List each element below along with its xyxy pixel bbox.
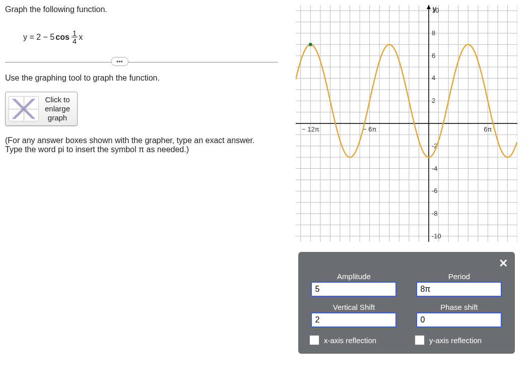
amplitude-label: Amplitude	[337, 272, 371, 281]
svg-text:− 12π: − 12π	[302, 125, 319, 133]
vertical-shift-input[interactable]	[311, 312, 396, 328]
svg-text:6π: 6π	[484, 125, 492, 133]
phase-shift-label: Phase shift	[440, 303, 478, 311]
period-label: Period	[448, 272, 470, 281]
graph-thumbnail-icon	[9, 96, 39, 121]
close-icon[interactable]: ✕	[499, 257, 508, 270]
prompt-text: Graph the following function.	[5, 5, 278, 14]
enlarge-label-line1: Click to	[45, 95, 70, 104]
properties-panel: ✕ Amplitude Period Vertical Shift Phase …	[298, 252, 515, 354]
equation-fraction: 1 4	[72, 29, 78, 45]
y-axis-reflection-checkbox[interactable]	[415, 335, 425, 345]
enlarge-label: Click to enlarge graph	[45, 95, 70, 122]
fraction-top: 1	[72, 29, 78, 37]
svg-text:10: 10	[432, 7, 439, 14]
instruction-text: Use the graphing tool to graph the funct…	[5, 74, 278, 83]
svg-text:6: 6	[432, 52, 435, 59]
enlarge-graph-button[interactable]: Click to enlarge graph	[5, 92, 78, 126]
svg-rect-61	[309, 43, 312, 46]
phase-shift-input[interactable]	[416, 312, 502, 328]
enlarge-label-line2: enlarge	[45, 104, 70, 113]
fraction-bottom: 4	[72, 37, 78, 45]
equation-suffix: x	[79, 33, 83, 42]
amplitude-input[interactable]	[311, 282, 396, 297]
svg-text:2: 2	[432, 97, 435, 104]
x-axis-reflection-label: x-axis reflection	[324, 336, 376, 345]
equation-cos: cos	[55, 33, 70, 42]
svg-text:4: 4	[432, 74, 435, 82]
svg-text:-6: -6	[432, 187, 438, 194]
svg-text:-8: -8	[432, 210, 438, 217]
svg-text:-4: -4	[432, 165, 438, 172]
vertical-shift-label: Vertical Shift	[333, 303, 375, 311]
svg-text:− 6π: − 6π	[363, 125, 376, 133]
y-axis-reflection-label: y-axis reflection	[429, 336, 482, 345]
note-text: (For any answer boxes shown with the gra…	[5, 136, 257, 154]
svg-text:-10: -10	[432, 232, 441, 240]
graph-plot[interactable]: y108642-2-4-6-8-10− 12π− 6π6π	[296, 5, 517, 242]
equation: y = 2 − 5 cos 1 4 x	[23, 29, 278, 45]
svg-marker-46	[427, 5, 431, 9]
period-input[interactable]	[416, 282, 502, 297]
x-axis-reflection-checkbox[interactable]	[309, 335, 319, 345]
more-dots-button[interactable]: •••	[111, 57, 128, 66]
enlarge-label-line3: graph	[45, 113, 70, 122]
divider	[5, 62, 278, 62]
svg-text:8: 8	[432, 29, 435, 37]
equation-prefix: y = 2 − 5	[23, 33, 54, 42]
